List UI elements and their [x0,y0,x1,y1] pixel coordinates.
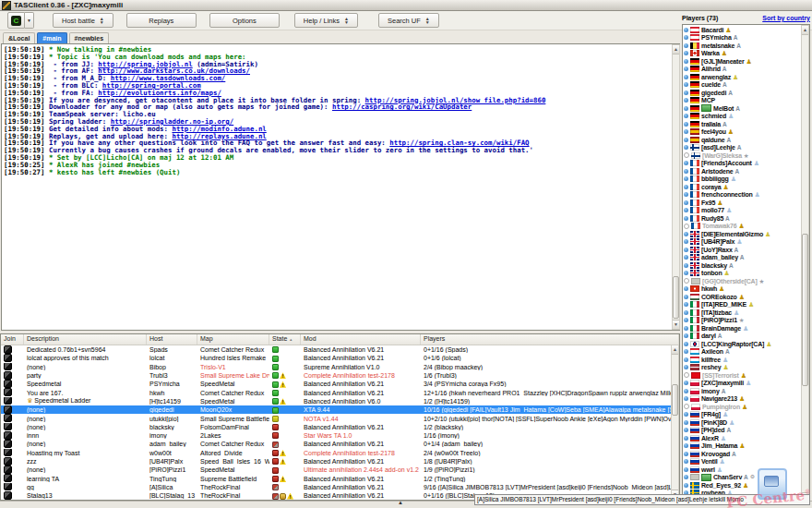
scroll-up-button[interactable]: ▲ [672,345,678,355]
player-row[interactable]: metalsnakeA [684,42,809,50]
battle-row[interactable]: (none)utukki[pio]Small Supreme Battlefie… [1,414,679,422]
player-row[interactable]: bbbiiiggg♟ [684,175,809,184]
tab-main[interactable]: #main [37,32,66,43]
scroll-down-button[interactable]: ▼ [673,320,679,329]
player-row[interactable]: AristodeneA [684,167,809,175]
player-row[interactable]: blackskyA [684,261,809,270]
player-row[interactable]: AlexR♟ [684,434,809,442]
player-row[interactable]: [asd]LeehjeA [684,144,809,152]
column-header-join[interactable]: Join [1,334,24,345]
player-row[interactable]: [Friends]Account♟ [684,160,809,168]
player-row[interactable]: [WarG]Sleksa★ [684,151,809,160]
player-row[interactable]: PumpingIron♟ [684,403,809,411]
player-row[interactable]: tonbon♟ [684,270,809,278]
join-battle-button[interactable] [4,457,12,466]
player-row[interactable]: feel4you♟ [684,128,809,137]
player-row[interactable]: coraya♟ [684,183,809,191]
player-row[interactable]: trallalaA [684,120,809,128]
player-row[interactable]: mollo77♟ [684,207,809,215]
battle-row[interactable]: (none)[PiRO]Pizzi1SpeedMetalUltimate ann… [1,466,679,474]
player-row[interactable]: Tomawak76♟ [684,223,809,231]
player-row[interactable]: gigedediA [684,89,809,97]
player-row[interactable]: [DIE]ElementalGizmo♟ [684,230,809,238]
scroll-up-button[interactable]: ▲ [802,26,808,35]
player-row[interactable]: [PH]dedA [684,427,809,435]
battle-row[interactable]: lolcat approves of this matchlolcatHundr… [1,354,679,362]
player-row[interactable]: [GJL]Maneater♟ [684,57,809,66]
join-battle-button[interactable] [4,483,12,491]
tab-local[interactable]: &Local [3,32,35,43]
sort-by-country-link[interactable]: Sort by country [762,15,810,21]
battle-row[interactable]: Hoasting my Toastw0w00tAltored_Divide!Co… [1,449,679,457]
column-header-state[interactable]: State▲ [269,334,301,345]
join-battle-button[interactable] [4,371,12,380]
battle-row[interactable]: (none)gigedediMoonQ20xXTA 9.4410/16 (gig… [1,405,679,414]
player-row[interactable]: [FR4g]♟ [684,411,809,419]
player-row[interactable]: qalduneA [684,136,809,144]
scroll-up-button[interactable]: ▲ [673,45,679,54]
player-row[interactable]: schmied♟ [684,113,809,121]
player-row[interactable]: [SS]Terrorist♟ [684,371,809,380]
join-battle-button[interactable] [4,440,12,448]
player-row[interactable]: [GG]Otherside[CA]★ [684,277,809,285]
player-row[interactable]: AlihridA [684,66,809,74]
replays-button[interactable]: Replays [126,13,197,28]
battle-row[interactable]: partyTrubl3Small Supreme Lake Dry v4!Com… [1,371,679,380]
battle-list-scrollbar[interactable]: ▲ ▼ [671,345,679,500]
player-row[interactable]: Fx95♟ [684,199,809,207]
help-links-button[interactable]: Help / Links ▲▼ [294,13,358,28]
player-row[interactable]: [LCC]KingRaptor[CA]♟ [684,340,809,348]
logo-button[interactable]: C [7,12,25,29]
player-row[interactable]: Rudy85A [684,214,809,223]
join-battle-button[interactable] [4,414,12,422]
battle-row[interactable]: gg[A]SilicaTheRockFinalBalanced Annihila… [1,483,679,491]
battle-row[interactable]: (none)blackskyFolsomDamFinalBalanced Ann… [1,423,679,431]
battle-row[interactable]: (none)BibopTrislo-V1Supreme Annihilation… [1,363,679,371]
column-header-mod[interactable]: Mod [301,334,421,345]
player-row[interactable]: Jim_Hatama♟ [684,442,809,451]
search-uf-button[interactable]: Search UF ▲▼ [378,13,439,28]
player-row[interactable]: [UoY]RaxxA [684,246,809,254]
battle-row[interactable]: You are 167.hkwhComet Catcher ReduxBalan… [1,388,679,396]
column-header-map[interactable]: Map [197,334,269,345]
players-scrollbar-thumb[interactable] [802,234,808,386]
player-row[interactable]: PSYmichaA [684,34,809,42]
player-row[interactable]: ChanServA⚙ [684,474,809,482]
battle-row[interactable]: zzz[UB4R]PalxSpeed_Ball_Isles_16_Way_...… [1,457,679,466]
player-row[interactable]: COREokozo♟ [684,293,809,301]
player-row[interactable]: BrainDamage♟ [684,324,809,333]
join-battle-button[interactable] [4,449,12,457]
player-row[interactable]: Warka♟ [684,50,809,58]
column-header-description[interactable]: Description [24,334,147,345]
battle-row[interactable]: learning TATingTungSupreme Battlefield!B… [1,474,679,482]
player-row[interactable]: [PinK]8D♟ [684,418,809,427]
join-battle-button[interactable] [4,388,12,396]
host-battle-button[interactable]: Host battle ▲▼ [53,13,113,28]
battle-row[interactable]: ♛Speedmetal Ladder[H]tc14159SpeedMetal!B… [1,397,679,405]
column-header-host[interactable]: Host [147,334,197,345]
battle-row[interactable]: innnimony2LakesStar Wars TA 1.01/16 (imo… [1,431,679,440]
player-row[interactable]: adam_baileyA [684,254,809,262]
player-row[interactable]: Bacardi♟ [684,26,809,34]
player-row[interactable]: MelBotA [684,104,809,113]
join-battle-button[interactable] [4,397,12,405]
join-battle-button[interactable] [4,405,12,414]
join-battle-button[interactable] [4,466,12,474]
column-header-players[interactable]: Players [421,334,679,345]
options-button[interactable]: Options [209,13,280,28]
join-battle-button[interactable] [4,431,12,440]
join-battle-button[interactable] [4,363,12,371]
join-battle-button[interactable] [4,491,12,500]
chat-scrollbar-thumb[interactable] [673,276,679,319]
player-row[interactable]: reshey♟ [684,364,809,372]
player-row[interactable]: MCP [684,97,809,105]
chat-link[interactable]: http://caspring.org/wiki/CaUpdater [332,103,472,111]
battle-row[interactable]: SpeedmetalPSYmichaSpeedMetal!Balanced An… [1,380,679,388]
splitter-grip-icon[interactable]: ▲ [398,500,403,505]
join-battle-button[interactable] [4,354,12,362]
join-battle-button[interactable] [4,423,12,431]
player-row[interactable]: killfree♟ [684,356,809,364]
player-row[interactable]: [PiRO]Pizzi1★ [684,317,809,325]
chat-scrollbar[interactable]: ▲ ▼ [672,44,680,330]
player-row[interactable]: Red_Eyes_92♟ [684,481,809,490]
